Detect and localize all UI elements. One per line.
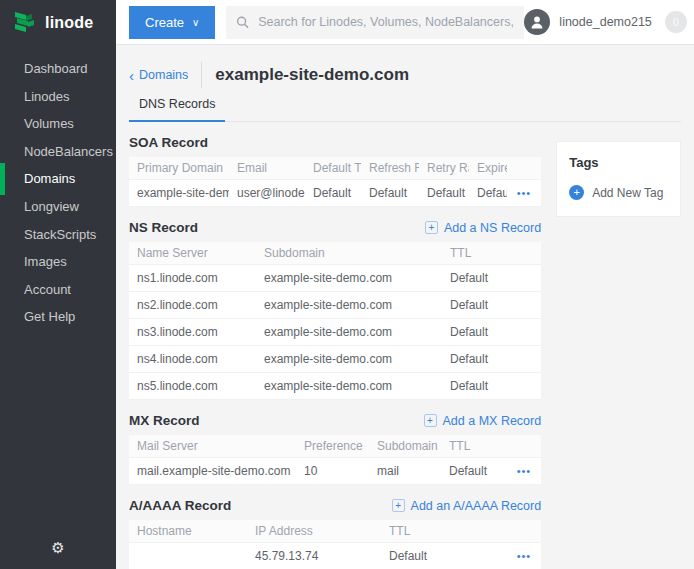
chevron-down-icon: ∨ xyxy=(192,17,199,28)
row-actions-ellipsis-icon[interactable]: ••• xyxy=(507,543,541,569)
section-title: NS Record xyxy=(129,220,198,235)
linode-logo-icon xyxy=(13,10,37,35)
chevron-left-icon: ‹ xyxy=(129,68,134,83)
sidebar-item-domains[interactable]: Domains xyxy=(0,165,116,193)
notification-count-badge[interactable]: 0 xyxy=(665,11,687,33)
table-cell: ns5.linode.com xyxy=(129,373,256,400)
table-cell: example-site-demo.com xyxy=(256,265,442,292)
table-cell: example-site-demo.com xyxy=(256,373,442,400)
sidebar-item-longview[interactable]: Longview xyxy=(0,193,116,221)
sidebar-nav: DashboardLinodesVolumesNodeBalancersDoma… xyxy=(0,55,116,331)
top-header: Create ∨ linode_demo215 0 xyxy=(116,0,694,45)
add-record-link[interactable]: +Add an A/AAAA Record xyxy=(392,499,542,513)
sidebar-item-get-help[interactable]: Get Help xyxy=(0,303,116,331)
tab-dns-records[interactable]: DNS Records xyxy=(129,97,225,122)
table-cell: Default xyxy=(419,180,469,207)
table-cell: ns3.linode.com xyxy=(129,319,256,346)
column-header: TTL xyxy=(442,242,541,265)
table-cell: example-site-demo.com xyxy=(256,346,442,373)
table-cell: Default xyxy=(441,458,507,485)
plus-box-icon: + xyxy=(424,414,437,427)
column-header: TTL xyxy=(381,520,507,543)
row-actions-ellipsis-icon[interactable]: ••• xyxy=(507,458,541,485)
create-button-label: Create xyxy=(145,15,184,30)
page-title: example-site-demo.com xyxy=(215,65,409,85)
settings-gear-icon[interactable]: ⚙ xyxy=(0,539,116,557)
records-table: Mail ServerPreferenceSubdomainTTLmail.ex… xyxy=(129,435,541,485)
column-header: TTL xyxy=(441,435,507,458)
record-section-ns-record: NS Record+Add a NS RecordName ServerSubd… xyxy=(129,219,541,400)
table-row: ns3.linode.comexample-site-demo.comDefau… xyxy=(129,319,541,346)
breadcrumb-back-label: Domains xyxy=(139,68,188,82)
tags-panel-title: Tags xyxy=(569,155,668,170)
table-row: ns1.linode.comexample-site-demo.comDefau… xyxy=(129,265,541,292)
row-actions-ellipsis-icon[interactable]: ••• xyxy=(507,180,541,207)
user-avatar[interactable] xyxy=(524,9,550,35)
column-header: Mail Server xyxy=(129,435,296,458)
column-header: Retry Rate xyxy=(419,157,469,180)
table-cell: Default xyxy=(442,292,541,319)
search-input[interactable] xyxy=(258,15,514,29)
column-header: Name Server xyxy=(129,242,256,265)
tab-bar: DNS Records xyxy=(129,97,681,122)
add-record-link[interactable]: +Add a NS Record xyxy=(425,221,541,235)
column-header-actions xyxy=(507,520,541,543)
column-header: Email xyxy=(229,157,305,180)
column-header-actions xyxy=(507,157,541,180)
create-button[interactable]: Create ∨ xyxy=(129,6,215,39)
table-cell: user@linode.com xyxy=(229,180,305,207)
records-table: Name ServerSubdomainTTLns1.linode.comexa… xyxy=(129,242,541,400)
global-search[interactable] xyxy=(226,6,524,39)
section-header: NS Record+Add a NS Record xyxy=(129,219,541,236)
table-cell: ns2.linode.com xyxy=(129,292,256,319)
linode-logo[interactable]: linode xyxy=(0,0,116,45)
sidebar-item-nodebalancers[interactable]: NodeBalancers xyxy=(0,138,116,166)
table-cell: Default xyxy=(442,346,541,373)
add-new-tag-button[interactable]: + Add New Tag xyxy=(569,185,668,200)
section-title: MX Record xyxy=(129,413,200,428)
add-record-label: Add a MX Record xyxy=(443,414,542,428)
table-row: ns4.linode.comexample-site-demo.comDefau… xyxy=(129,346,541,373)
sidebar-item-linodes[interactable]: Linodes xyxy=(0,83,116,111)
breadcrumb-divider xyxy=(201,62,202,88)
section-header: MX Record+Add a MX Record xyxy=(129,412,541,429)
table-row: ns5.linode.comexample-site-demo.comDefau… xyxy=(129,373,541,400)
plus-circle-icon: + xyxy=(569,185,584,200)
breadcrumb-back-link[interactable]: ‹ Domains xyxy=(129,68,188,83)
sidebar-item-dashboard[interactable]: Dashboard xyxy=(0,55,116,83)
table-cell: example-site-demo.com xyxy=(256,292,442,319)
table-cell: mail xyxy=(369,458,441,485)
table-row: ns2.linode.comexample-site-demo.comDefau… xyxy=(129,292,541,319)
sidebar: linode DashboardLinodesVolumesNodeBalanc… xyxy=(0,0,116,569)
section-header: A/AAAA Record+Add an A/AAAA Record xyxy=(129,497,541,514)
add-record-label: Add an A/AAAA Record xyxy=(411,499,542,513)
table-cell: Default xyxy=(442,373,541,400)
table-cell: Default xyxy=(361,180,419,207)
table-row: mail.example-site-demo.com10mailDefault•… xyxy=(129,458,541,485)
column-header: Expire Time xyxy=(469,157,507,180)
table-row: example-site-demo.comuser@linode.comDefa… xyxy=(129,180,541,207)
table-cell: Default xyxy=(381,543,507,569)
username[interactable]: linode_demo215 xyxy=(559,15,651,29)
table-cell: 45.79.13.74 xyxy=(247,543,381,569)
column-header-actions xyxy=(507,435,541,458)
table-cell: ns4.linode.com xyxy=(129,346,256,373)
table-cell: Default xyxy=(442,319,541,346)
sidebar-item-volumes[interactable]: Volumes xyxy=(0,110,116,138)
record-section-a-aaaa-record: A/AAAA Record+Add an A/AAAA RecordHostna… xyxy=(129,497,541,569)
add-record-link[interactable]: +Add a MX Record xyxy=(424,414,542,428)
sidebar-item-account[interactable]: Account xyxy=(0,276,116,304)
table-cell: example-site-demo.com xyxy=(129,180,229,207)
records-column: SOA RecordPrimary DomainEmailDefault TTL… xyxy=(129,122,541,569)
header-right: linode_demo215 0 xyxy=(524,9,694,35)
table-cell: example-site-demo.com xyxy=(256,319,442,346)
plus-box-icon: + xyxy=(425,221,438,234)
sidebar-item-stackscripts[interactable]: StackScripts xyxy=(0,221,116,249)
column-header: Subdomain xyxy=(369,435,441,458)
column-header: Default TTL xyxy=(305,157,361,180)
tags-panel: Tags + Add New Tag xyxy=(556,141,681,217)
column-header: Hostname xyxy=(129,520,247,543)
plus-box-icon: + xyxy=(392,499,405,512)
sidebar-item-images[interactable]: Images xyxy=(0,248,116,276)
column-header: Refresh Rate xyxy=(361,157,419,180)
